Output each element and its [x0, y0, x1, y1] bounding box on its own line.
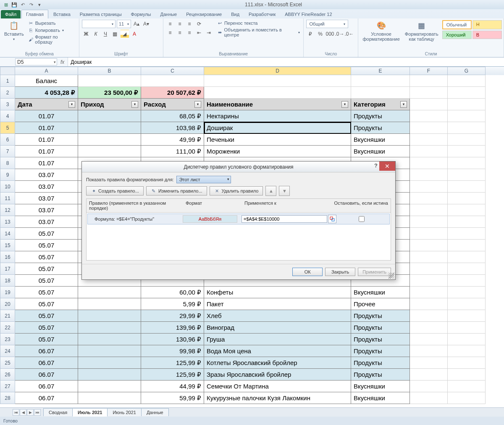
- row-header[interactable]: 16: [0, 251, 15, 263]
- rule-row[interactable]: Формула: =$E4="Продукты" АаBbБбЯя: [87, 214, 390, 224]
- cell[interactable]: [410, 228, 448, 240]
- col-header-C[interactable]: C: [141, 67, 204, 75]
- cell[interactable]: Расход▾: [141, 99, 204, 110]
- help-icon[interactable]: ?: [374, 162, 378, 169]
- formula-input[interactable]: [68, 57, 504, 66]
- style-neutral[interactable]: Н: [472, 20, 502, 29]
- cell[interactable]: Нектарины: [204, 110, 351, 122]
- align-middle-icon[interactable]: ≡: [176, 20, 184, 28]
- sheet-last-icon[interactable]: ⏭: [34, 409, 41, 416]
- copy-button[interactable]: ⎘Копировать▾: [27, 27, 76, 34]
- col-header-D[interactable]: D: [204, 67, 351, 75]
- thousands-icon[interactable]: 000: [326, 30, 334, 38]
- cell[interactable]: [78, 298, 141, 310]
- cell[interactable]: [448, 381, 486, 392]
- move-up-button[interactable]: ▲: [265, 186, 276, 196]
- cell[interactable]: [410, 134, 448, 146]
- row-header[interactable]: 24: [0, 345, 15, 357]
- cell[interactable]: [141, 75, 204, 87]
- cell[interactable]: [410, 99, 448, 110]
- cell[interactable]: [410, 181, 448, 193]
- cell[interactable]: [448, 369, 486, 381]
- cell[interactable]: [410, 392, 448, 404]
- cell[interactable]: 49,99 ₽: [141, 134, 204, 146]
- cell[interactable]: Дата▾: [15, 99, 78, 110]
- cell[interactable]: 99,98 ₽: [141, 345, 204, 357]
- inc-decimal-icon[interactable]: .0→: [335, 30, 344, 38]
- cell[interactable]: [351, 87, 410, 99]
- apply-button[interactable]: Применить: [358, 268, 391, 276]
- border-button[interactable]: ▦: [111, 30, 119, 38]
- row-header[interactable]: 7: [0, 146, 15, 157]
- row-header[interactable]: 14: [0, 228, 15, 240]
- cell[interactable]: 4 053,28 ₽: [15, 87, 78, 99]
- cell[interactable]: [410, 275, 448, 287]
- row-header[interactable]: 17: [0, 263, 15, 275]
- cell[interactable]: [410, 334, 448, 345]
- cell[interactable]: 01.07: [15, 146, 78, 157]
- cell[interactable]: Котлеты Ярославский бройлер: [204, 357, 351, 369]
- cell[interactable]: 103,98 ₽: [141, 122, 204, 134]
- font-size-combo[interactable]: 11▾: [117, 20, 131, 28]
- cell[interactable]: [448, 216, 486, 228]
- cell[interactable]: [410, 216, 448, 228]
- cell[interactable]: 06.07: [15, 357, 78, 369]
- cell[interactable]: 05.07: [15, 334, 78, 345]
- style-normal[interactable]: Обычный: [442, 20, 472, 29]
- row-header[interactable]: 25: [0, 357, 15, 369]
- indent-inc-icon[interactable]: ⇥: [205, 29, 213, 37]
- cell[interactable]: [410, 169, 448, 181]
- paste-button[interactable]: 📋 Вставить ▾: [3, 20, 26, 42]
- cell[interactable]: [410, 193, 448, 204]
- sheet-tab[interactable]: Июль 2021: [72, 408, 108, 417]
- cell[interactable]: Пакет: [204, 298, 351, 310]
- redo-icon[interactable]: ↷: [28, 1, 34, 8]
- row-header[interactable]: 27: [0, 381, 15, 392]
- cell[interactable]: 05.07: [15, 287, 78, 298]
- cell[interactable]: Наименование▾: [204, 99, 351, 110]
- cell[interactable]: [448, 122, 486, 134]
- tab-Вид[interactable]: Вид: [227, 10, 244, 18]
- cell[interactable]: Конфеты: [204, 287, 351, 298]
- tab-Разработчик[interactable]: Разработчик: [244, 10, 280, 18]
- percent-icon[interactable]: %: [316, 30, 324, 38]
- cell[interactable]: Продукты: [351, 322, 410, 334]
- resize-grip[interactable]: [388, 273, 394, 279]
- col-header-E[interactable]: E: [351, 67, 410, 75]
- currency-icon[interactable]: ₽: [306, 30, 315, 38]
- cell[interactable]: [351, 75, 410, 87]
- cell[interactable]: Печеньки: [204, 134, 351, 146]
- show-rules-for-combo[interactable]: Этот лист: [176, 176, 231, 183]
- cell[interactable]: [410, 287, 448, 298]
- row-header[interactable]: 8: [0, 157, 15, 169]
- row-header[interactable]: 4: [0, 110, 15, 122]
- row-header[interactable]: 11: [0, 193, 15, 204]
- cell[interactable]: 125,99 ₽: [141, 369, 204, 381]
- cell[interactable]: 130,96 ₽: [141, 334, 204, 345]
- cell[interactable]: [448, 181, 486, 193]
- cell[interactable]: Продукты: [351, 369, 410, 381]
- cell[interactable]: 05.07: [15, 275, 78, 287]
- cell[interactable]: [448, 99, 486, 110]
- row-header[interactable]: 26: [0, 369, 15, 381]
- align-bottom-icon[interactable]: ≡: [185, 20, 194, 28]
- cell[interactable]: Вкусняшки: [351, 134, 410, 146]
- style-bad[interactable]: В: [472, 31, 502, 39]
- row-header[interactable]: 12: [0, 204, 15, 216]
- row-header[interactable]: 13: [0, 216, 15, 228]
- sheet-tab[interactable]: Данные: [141, 408, 169, 416]
- cell[interactable]: Категория▾: [351, 99, 410, 110]
- cell[interactable]: 05.07: [15, 251, 78, 263]
- cell[interactable]: 29,99 ₽: [141, 310, 204, 322]
- cell[interactable]: Виноград: [204, 322, 351, 334]
- cell[interactable]: 05.07: [15, 228, 78, 240]
- cell[interactable]: [78, 357, 141, 369]
- stop-if-true-checkbox[interactable]: [359, 216, 365, 222]
- cell[interactable]: 01.07: [15, 157, 78, 169]
- cell[interactable]: [78, 75, 141, 87]
- cell[interactable]: [448, 228, 486, 240]
- bold-button[interactable]: Ж: [82, 30, 90, 38]
- cell[interactable]: [448, 357, 486, 369]
- cell[interactable]: [410, 251, 448, 263]
- align-center-icon[interactable]: ≡: [176, 29, 184, 37]
